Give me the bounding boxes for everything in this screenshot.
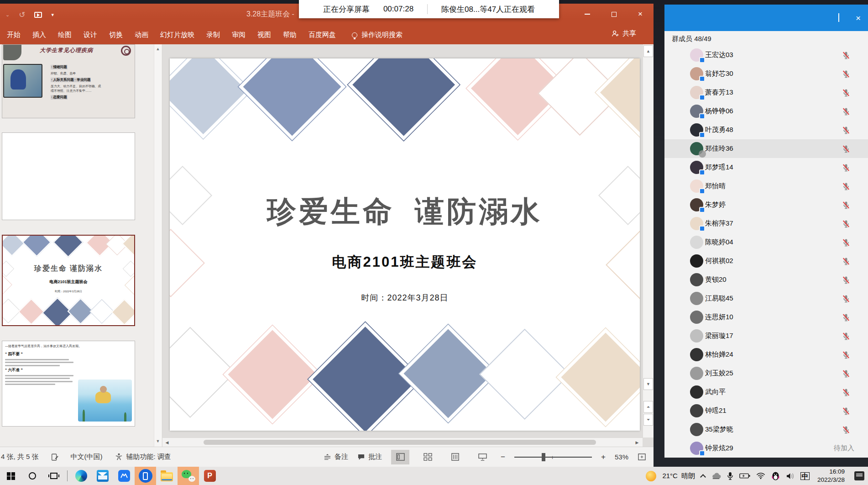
task-view-icon[interactable] — [43, 467, 64, 485]
vertical-scrollbar[interactable]: ▲ ▼ ⏶ ⏷ — [643, 44, 654, 438]
phone-cast-icon[interactable] — [135, 467, 156, 485]
slide-subtitle[interactable]: 电商2101班主题班会 — [170, 253, 640, 272]
microphone-icon[interactable] — [727, 472, 733, 480]
minimize-button[interactable] — [574, 4, 601, 25]
member-row[interactable]: 连思妍10 — [664, 308, 868, 327]
member-row[interactable]: 陈晓婷04 — [664, 233, 868, 252]
tab-animations[interactable]: 动画 — [129, 31, 154, 39]
tab-design[interactable]: 设计 — [78, 31, 103, 39]
comments-toggle[interactable]: 批注 — [357, 453, 382, 461]
tab-insert[interactable]: 插入 — [26, 31, 52, 39]
member-row[interactable]: 35梁梦晓 — [664, 420, 868, 439]
scroll-down-icon[interactable]: ▼ — [155, 438, 161, 445]
member-row[interactable]: 林怡婵24 — [664, 345, 868, 364]
scroll-up-icon[interactable]: ▲ — [643, 45, 653, 57]
normal-view-button[interactable] — [391, 450, 409, 464]
fit-to-window-icon[interactable] — [638, 453, 646, 461]
tab-help[interactable]: 帮助 — [277, 31, 303, 39]
zoom-in-button[interactable]: + — [601, 453, 606, 462]
slide-sorter-view-button[interactable] — [418, 450, 437, 464]
scroll-right-icon[interactable]: ▶ — [633, 439, 641, 446]
member-row[interactable]: 武向平 — [664, 383, 868, 401]
tell-me-search[interactable]: 操作说明搜索 — [352, 31, 403, 39]
slide-title[interactable]: 珍爱生命 谨防溺水 — [170, 192, 640, 232]
notes-page-icon[interactable] — [51, 453, 59, 461]
start-slideshow-icon[interactable] — [34, 12, 42, 18]
member-row[interactable]: 郑怡晴 — [664, 177, 868, 195]
mail-icon[interactable] — [92, 467, 113, 485]
member-row[interactable]: 郑佳玲36 — [664, 139, 868, 158]
tab-draw[interactable]: 绘图 — [52, 31, 78, 39]
tab-slideshow[interactable]: 幻灯片放映 — [154, 31, 200, 39]
meeting-icon[interactable] — [113, 467, 135, 485]
close-button[interactable]: × — [856, 16, 861, 21]
speaker-icon[interactable] — [786, 472, 795, 480]
member-row[interactable]: 朱榕萍37 — [664, 214, 868, 233]
previous-slide-icon[interactable]: ⏶ — [643, 401, 653, 413]
horizontal-scrollbar[interactable]: ◀ ▶ — [162, 438, 643, 447]
zoom-out-button[interactable]: − — [501, 453, 505, 462]
maximize-button[interactable] — [601, 4, 627, 25]
notification-center-icon[interactable] — [854, 471, 864, 480]
slide-canvas[interactable]: 珍爱生命 谨防溺水 电商2101班主题班会 时间：2022年3月28日 — [170, 58, 640, 431]
maximize-button[interactable] — [838, 14, 839, 22]
tab-view[interactable]: 视图 — [251, 31, 277, 39]
wechat-icon[interactable] — [178, 467, 199, 485]
slide-date[interactable]: 时间：2022年3月28日 — [170, 292, 640, 303]
member-row[interactable]: 刘玉姣25 — [664, 364, 868, 383]
clock[interactable]: 16:09 2022/3/28 — [817, 468, 845, 484]
scrollbar-thumb[interactable] — [204, 440, 596, 445]
share-button[interactable]: 共享 — [611, 29, 636, 38]
tab-transitions[interactable]: 切换 — [103, 31, 129, 39]
qq-penguin-icon[interactable] — [771, 471, 780, 481]
member-row[interactable]: 何祺祺02 — [664, 252, 868, 270]
tab-baidu-netdisk[interactable]: 百度网盘 — [303, 31, 342, 39]
member-row[interactable]: 王宏达03 — [664, 46, 868, 64]
notes-toggle[interactable]: 备注 — [324, 453, 348, 461]
accessibility-status[interactable]: 辅助功能: 调查 — [115, 453, 171, 461]
input-method-indicator[interactable]: 中 — [800, 472, 810, 480]
edge-icon[interactable] — [70, 467, 92, 485]
scroll-up-icon[interactable]: ▲ — [155, 45, 161, 53]
reading-view-button[interactable] — [446, 450, 464, 464]
battery-icon[interactable] — [739, 473, 750, 479]
search-icon[interactable] — [21, 467, 43, 485]
member-row[interactable]: 江易聪45 — [664, 289, 868, 308]
wifi-icon[interactable] — [756, 472, 765, 480]
tab-review[interactable]: 审阅 — [226, 31, 251, 39]
member-row[interactable]: 萧春芳13 — [664, 83, 868, 102]
start-icon[interactable] — [0, 467, 21, 485]
thumbnail-slide-2-blank[interactable] — [2, 132, 135, 220]
slideshow-view-button[interactable] — [473, 450, 492, 464]
customize-quick-access-icon[interactable]: ▾ — [51, 12, 54, 18]
member-row[interactable]: 叶茂勇48 — [664, 121, 868, 139]
weather-widget[interactable]: 21°C 晴朗 — [662, 472, 695, 480]
thumbnail-slide-1[interactable]: 大学生常见心理疾病 · 情绪问题抑郁、焦虑、自卑· 人际关系问题· 学业问题压力… — [2, 44, 135, 118]
zoom-slider[interactable]: + — [514, 453, 592, 462]
weather-sun-icon[interactable] — [646, 471, 656, 481]
thumbnail-scrollbar[interactable]: ▲ ▼ — [154, 44, 162, 447]
tab-record[interactable]: 录制 — [200, 31, 226, 39]
zoom-slider-handle[interactable] — [542, 453, 545, 461]
member-row[interactable]: 翁妤芯30 — [664, 64, 868, 83]
scroll-left-icon[interactable]: ◀ — [163, 439, 171, 446]
scroll-down-icon[interactable]: ▼ — [643, 378, 653, 390]
member-row[interactable]: 杨铮铮06 — [664, 102, 868, 121]
language-status[interactable]: 中文(中国) — [71, 453, 103, 461]
member-row[interactable]: 梁丽璇17 — [664, 327, 868, 345]
next-slide-icon[interactable]: ⏷ — [643, 414, 653, 426]
zoom-level[interactable]: 53% — [615, 453, 628, 461]
member-row[interactable]: 钟瑶21 — [664, 401, 868, 420]
tab-home[interactable]: 开始 — [1, 31, 26, 39]
undo-icon[interactable]: ↺ — [19, 10, 25, 20]
member-row[interactable]: 黄钡20 — [664, 270, 868, 289]
member-row[interactable]: 郑梦瑶14 — [664, 158, 868, 177]
thumbnail-slide-4[interactable]: —随着夏季气温逐渐升高，溺水事故又将进入高发期。 “ 四不要 ” “ 六不准 ” — [2, 341, 135, 427]
tray-overflow-icon[interactable] — [700, 474, 706, 480]
explorer-icon[interactable] — [156, 467, 178, 485]
collapse-caret-icon[interactable]: ⌄ — [5, 12, 10, 18]
powerpoint-icon[interactable]: P — [199, 467, 220, 485]
onedrive-cloud-icon[interactable] — [711, 473, 721, 480]
member-row[interactable]: 钟景炫29待加入 — [664, 439, 868, 458]
thumbnail-slide-3-selected[interactable]: 珍爱生命 谨防溺水 电商2101班主题班会 时间：2022年3月28日 — [2, 235, 135, 326]
